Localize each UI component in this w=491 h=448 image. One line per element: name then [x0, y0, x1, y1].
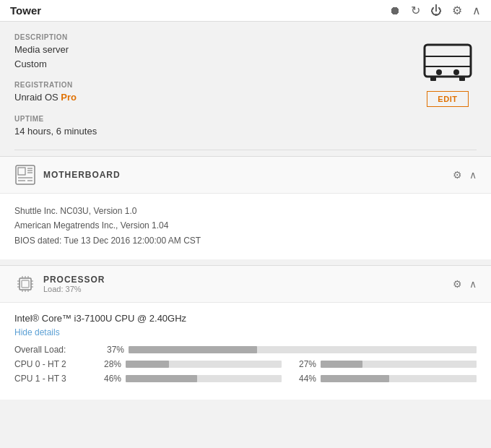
cpu-load-table: Overall Load: 37% CPU 0 - HT 2 28%	[14, 345, 477, 384]
gear-icon[interactable]: ⚙	[452, 4, 462, 17]
cpu-dual-item: 27%	[289, 359, 477, 369]
motherboard-body: Shuttle Inc. NC03U, Version 1.0 American…	[0, 194, 491, 259]
server-icon-area: EDIT	[419, 40, 477, 107]
svg-rect-16	[22, 280, 29, 288]
motherboard-panel: MOTHERBOARD ⚙ ∧ Shuttle Inc. NC03U, Vers…	[0, 156, 491, 259]
divider	[14, 150, 477, 150]
cpu-name: Intel® Core™ i3-7100U CPU @ 2.40GHz	[14, 313, 477, 324]
cpu-bar-container	[321, 375, 477, 382]
processor-gear-icon[interactable]: ⚙	[453, 278, 462, 290]
cpu-row-pct: 37%	[94, 345, 124, 355]
cpu-bar-fill	[126, 375, 197, 382]
motherboard-icon	[14, 164, 36, 186]
refresh-icon[interactable]: ↻	[411, 4, 420, 17]
top-info-section: DESCRIPTION Media server Custom REGISTRA…	[0, 22, 491, 150]
processor-panel-header: PROCESSOR Load: 37% ⚙ ∧	[0, 266, 491, 303]
motherboard-line1: Shuttle Inc. NC03U, Version 1.0	[14, 206, 136, 216]
processor-panel: PROCESSOR Load: 37% ⚙ ∧ Intel® Core™ i3-…	[0, 265, 491, 400]
cpu-bar-fill	[126, 361, 169, 368]
processor-chevron-icon[interactable]: ∧	[469, 278, 477, 290]
cpu-bar-container	[126, 375, 282, 382]
motherboard-panel-header: MOTHERBOARD ⚙ ∧	[0, 157, 491, 194]
processor-icon	[14, 273, 36, 295]
svg-rect-8	[18, 168, 25, 175]
page-title: Tower	[10, 4, 41, 17]
processor-title: PROCESSOR	[43, 275, 105, 285]
motherboard-title: MOTHERBOARD	[43, 170, 121, 180]
svg-point-4	[453, 69, 459, 75]
cpu-dual-group: 46% 44%	[94, 374, 477, 384]
motherboard-gear-icon[interactable]: ⚙	[453, 169, 462, 181]
svg-rect-15	[19, 278, 31, 290]
server-icon	[419, 40, 477, 84]
svg-rect-0	[425, 45, 471, 77]
header-icons: ⏺ ↻ ⏻ ⚙ ∧	[389, 4, 481, 17]
cpu-bar-container	[129, 346, 477, 353]
uptime-item: UPTIME 14 hours, 6 minutes	[14, 115, 97, 139]
proc-header-left: PROCESSOR Load: 37%	[14, 273, 105, 295]
uptime-value: 14 hours, 6 minutes	[14, 124, 97, 139]
hide-details-link[interactable]: Hide details	[14, 327, 60, 337]
cpu-row-label: CPU 0 - HT 2	[14, 359, 94, 369]
cpu-dual-pct: 46%	[94, 374, 121, 384]
cpu-bar-container	[126, 361, 282, 368]
table-row: Overall Load: 37%	[14, 345, 477, 355]
description-item: DESCRIPTION Media server Custom	[14, 33, 97, 71]
info-block: DESCRIPTION Media server Custom REGISTRA…	[14, 33, 97, 138]
registration-item: REGISTRATION Unraid OS Pro	[14, 81, 97, 105]
table-row: CPU 0 - HT 2 28% 27%	[14, 359, 477, 369]
cpu-row-label: CPU 1 - HT 3	[14, 374, 94, 384]
cpu-dual-pct: 44%	[289, 374, 316, 384]
processor-subtitle: Load: 37%	[43, 285, 105, 293]
motherboard-line3: BIOS dated: Tue 13 Dec 2016 12:00:00 AM …	[14, 236, 201, 246]
motherboard-line2: American Megatrends Inc., Version 1.04	[14, 220, 168, 231]
chevron-up-icon[interactable]: ∧	[472, 4, 481, 17]
cpu-dual-item: 46%	[94, 374, 282, 384]
svg-point-3	[436, 69, 442, 75]
description-label: DESCRIPTION	[14, 33, 97, 41]
cpu-dual-pct: 27%	[289, 359, 316, 369]
edit-button[interactable]: EDIT	[427, 91, 468, 107]
svg-rect-6	[459, 77, 465, 81]
table-row: CPU 1 - HT 3 46% 44%	[14, 374, 477, 384]
cpu-dual-group: 28% 27%	[94, 359, 477, 369]
header: Tower ⏺ ↻ ⏻ ⚙ ∧	[0, 0, 491, 22]
motherboard-chevron-icon[interactable]: ∧	[469, 169, 477, 181]
cpu-bar-container	[321, 361, 477, 368]
registration-value: Unraid OS Pro	[14, 90, 97, 105]
cpu-bar-fill	[321, 375, 389, 382]
svg-rect-5	[430, 77, 436, 81]
power-icon[interactable]: ⏻	[430, 4, 442, 17]
cpu-dual-item: 44%	[289, 374, 477, 384]
cpu-dual-pct: 28%	[94, 359, 121, 369]
proc-title-block: PROCESSOR Load: 37%	[43, 275, 105, 293]
circle-icon[interactable]: ⏺	[389, 4, 401, 17]
processor-body: Intel® Core™ i3-7100U CPU @ 2.40GHz Hide…	[0, 303, 491, 400]
proc-header-right: ⚙ ∧	[453, 278, 477, 290]
registration-label: REGISTRATION	[14, 81, 97, 89]
panel-header-right: ⚙ ∧	[453, 169, 477, 181]
panel-header-left: MOTHERBOARD	[14, 164, 121, 186]
description-value: Media server Custom	[14, 43, 97, 71]
cpu-bar-fill	[129, 346, 257, 353]
uptime-label: UPTIME	[14, 115, 97, 123]
cpu-bar-fill	[321, 361, 362, 368]
cpu-row-label: Overall Load:	[14, 345, 94, 355]
cpu-dual-item: 28%	[94, 359, 282, 369]
